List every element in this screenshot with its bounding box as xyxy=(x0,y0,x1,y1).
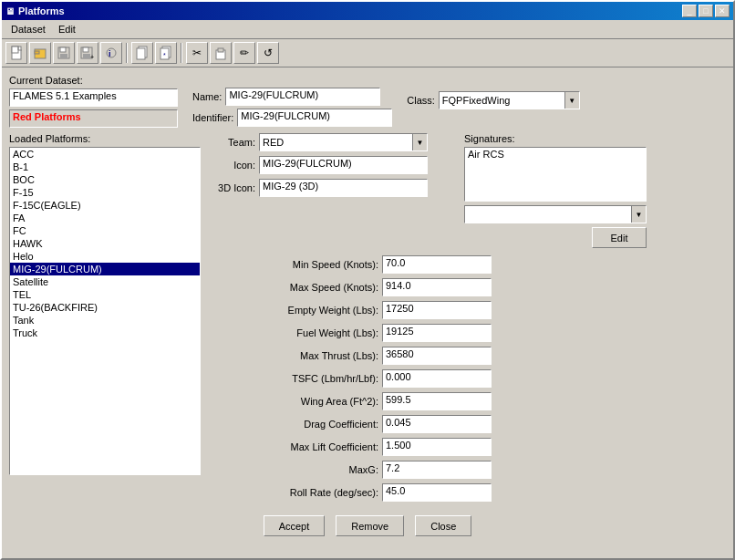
platforms-list-item[interactable]: HAWK xyxy=(10,237,200,250)
platforms-list-item[interactable]: B-1 xyxy=(10,161,200,173)
toolbar-open[interactable] xyxy=(29,42,51,64)
toolbar-cut[interactable]: ✂ xyxy=(186,42,208,64)
sig-combo-input[interactable] xyxy=(465,208,631,221)
toolbar-refresh[interactable]: ↺ xyxy=(257,42,279,64)
toolbar-new[interactable] xyxy=(5,42,27,64)
identifier-label: Identifier: xyxy=(192,112,233,123)
platforms-list-item[interactable] xyxy=(10,348,200,350)
svg-rect-9 xyxy=(83,54,90,58)
edit-button[interactable]: Edit xyxy=(592,227,647,248)
icon3d-value[interactable]: MIG-29 (3D) xyxy=(259,179,428,197)
icon-value[interactable]: MIG-29(FULCRUM) xyxy=(259,156,428,174)
platforms-listbox[interactable]: ACCB-1BOCF-15F-15C(EAGLE)FAFCHAWKHeloMIG… xyxy=(9,147,201,475)
perf-field-label: Max Lift Coefficient: xyxy=(214,441,378,452)
perf-field-value[interactable]: 36580 xyxy=(382,347,492,365)
sub-dataset-value: Red Platforms xyxy=(9,109,178,128)
performance-field-row: Max Thrust (Lbs): 36580 xyxy=(214,347,726,365)
perf-field-value[interactable]: 70.0 xyxy=(382,255,492,274)
svg-text:*: * xyxy=(163,52,166,58)
platforms-list-item[interactable]: F-15 xyxy=(10,186,200,199)
performance-field-row: TSFC (Lbm/hr/Lbf): 0.000 xyxy=(214,369,726,388)
platforms-list-item[interactable]: BOC xyxy=(10,173,200,186)
platforms-list-item[interactable]: FC xyxy=(10,224,200,237)
content-area: Current Dataset: FLAMES 5.1 Examples Red… xyxy=(2,67,733,558)
identifier-value[interactable]: MIG-29(FULCRUM) xyxy=(237,109,392,127)
svg-rect-5 xyxy=(60,47,66,52)
sig-combo[interactable]: ▼ xyxy=(464,205,647,223)
toolbar-copy1[interactable] xyxy=(131,42,153,64)
platforms-list-item[interactable]: F-15C(EAGLE) xyxy=(10,199,200,212)
perf-field-label: TSFC (Lbm/hr/Lbf): xyxy=(214,373,378,384)
icon3d-label: 3D Icon: xyxy=(214,182,255,193)
signature-list-item[interactable] xyxy=(465,162,646,164)
performance-field-row: Min Speed (Knots): 70.0 xyxy=(214,255,726,274)
toolbar-save[interactable] xyxy=(53,42,75,64)
platforms-list-item[interactable]: Satellite xyxy=(10,275,200,288)
current-dataset-value[interactable]: FLAMES 5.1 Examples xyxy=(9,88,178,107)
performance-field-row: MaxG: 7.2 xyxy=(214,461,726,479)
class-combo-arrow[interactable]: ▼ xyxy=(564,92,579,109)
minimize-button[interactable]: _ xyxy=(682,5,697,17)
current-dataset-label: Current Dataset: xyxy=(9,75,178,86)
close-button-main[interactable]: Close xyxy=(415,515,471,536)
svg-rect-3 xyxy=(35,51,39,54)
class-combo[interactable]: ▼ xyxy=(439,91,580,109)
menu-dataset[interactable]: Dataset xyxy=(5,22,51,36)
svg-rect-6 xyxy=(60,54,67,58)
accept-button[interactable]: Accept xyxy=(264,515,326,536)
perf-field-value[interactable]: 0.045 xyxy=(382,415,492,433)
toolbar-saveas[interactable]: + xyxy=(77,42,98,64)
team-label: Team: xyxy=(214,137,255,148)
platforms-list-item[interactable]: Tank xyxy=(10,314,200,327)
perf-field-value[interactable]: 17250 xyxy=(382,301,492,319)
toolbar-props[interactable]: i xyxy=(100,42,122,64)
platforms-list-item[interactable]: TEL xyxy=(10,288,200,301)
maximize-button[interactable]: □ xyxy=(699,5,713,17)
loaded-platforms-label: Loaded Platforms: xyxy=(9,133,205,144)
toolbar-paste[interactable] xyxy=(210,42,232,64)
left-panel: Loaded Platforms: ACCB-1BOCF-15F-15C(EAG… xyxy=(9,133,205,506)
platforms-list-item[interactable]: Helo xyxy=(10,250,200,263)
team-input[interactable] xyxy=(260,136,412,149)
perf-field-value[interactable]: 599.5 xyxy=(382,392,492,410)
menu-edit[interactable]: Edit xyxy=(53,22,81,36)
signatures-label: Signatures: xyxy=(464,133,647,144)
signature-list-item[interactable]: Air RCS xyxy=(465,148,646,161)
team-combo[interactable]: ▼ xyxy=(259,133,428,151)
window-icon: 🖥 xyxy=(5,6,15,16)
performance-field-row: Wing Area (Ft^2): 599.5 xyxy=(214,392,726,410)
toolbar-clear[interactable]: ✏ xyxy=(233,42,255,64)
perf-field-value[interactable]: 7.2 xyxy=(382,461,492,479)
platforms-list-item[interactable]: ACC xyxy=(10,148,200,161)
team-icon-sig-row: Team: ▼ Icon: MIG-29(FULCRUM) 3D Icon: xyxy=(214,133,726,248)
class-label: Class: xyxy=(407,95,435,106)
toolbar-sep1 xyxy=(126,43,128,63)
svg-text:i: i xyxy=(109,49,111,58)
perf-field-label: Empty Weight (Lbs): xyxy=(214,305,378,316)
close-button[interactable]: ✕ xyxy=(715,5,730,17)
name-value[interactable]: MIG-29(FULCRUM) xyxy=(225,88,380,106)
title-bar-controls: _ □ ✕ xyxy=(682,5,730,17)
sig-combo-arrow[interactable]: ▼ xyxy=(631,206,646,223)
team-combo-arrow[interactable]: ▼ xyxy=(412,134,427,150)
perf-field-value[interactable]: 19125 xyxy=(382,324,492,342)
signatures-listbox[interactable]: Air RCS xyxy=(464,147,647,202)
platforms-list-item[interactable]: FA xyxy=(10,212,200,224)
performance-section: Min Speed (Knots): 70.0 Max Speed (Knots… xyxy=(214,255,726,502)
platforms-list-item[interactable]: TU-26(BACKFIRE) xyxy=(10,301,200,314)
icon-label: Icon: xyxy=(214,160,255,171)
perf-field-value[interactable]: 0.000 xyxy=(382,369,492,388)
perf-field-value[interactable]: 45.0 xyxy=(382,483,492,502)
toolbar-copy2[interactable]: * xyxy=(155,42,177,64)
class-input[interactable] xyxy=(440,94,564,107)
main-window: 🖥 Platforms _ □ ✕ Dataset Edit + i xyxy=(0,0,735,560)
performance-field-row: Empty Weight (Lbs): 17250 xyxy=(214,301,726,319)
perf-field-value[interactable]: 1.500 xyxy=(382,438,492,456)
platforms-list-item[interactable]: Truck xyxy=(10,327,200,339)
svg-text:+: + xyxy=(90,54,94,60)
svg-rect-8 xyxy=(83,47,88,52)
svg-rect-14 xyxy=(137,48,145,59)
perf-field-value[interactable]: 914.0 xyxy=(382,278,492,296)
platforms-list-item[interactable]: MIG-29(FULCRUM) xyxy=(10,263,200,275)
remove-button[interactable]: Remove xyxy=(336,515,404,536)
